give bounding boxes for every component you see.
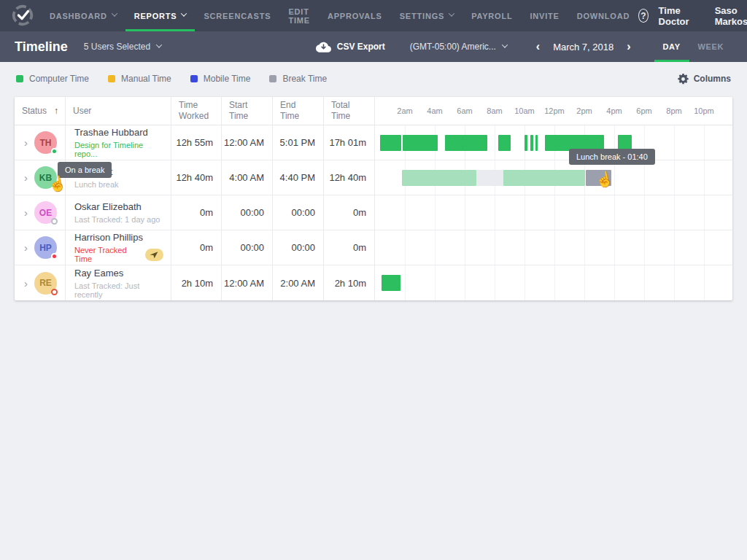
avatar-wrap: TH: [34, 131, 57, 154]
nav-item-download[interactable]: DOWNLOAD: [568, 0, 638, 31]
nav-item-reports[interactable]: REPORTS: [125, 0, 196, 31]
header-end-time: End Time: [273, 97, 324, 125]
nav-item-invite[interactable]: INVITE: [521, 0, 568, 31]
end-time-cell: 00:00: [273, 195, 324, 230]
timeline-cell: [375, 160, 732, 195]
top-navbar: DASHBOARDREPORTSSCREENCASTSEDIT TIMEAPPR…: [0, 0, 747, 31]
gridline: [614, 160, 615, 195]
gridline: [644, 160, 645, 195]
hour-label: 8am: [487, 106, 502, 115]
gridline: [525, 195, 525, 230]
legend-item-manual-time: Manual Time: [108, 74, 171, 84]
gridline: [704, 160, 705, 195]
status-dot: [51, 253, 58, 260]
hour-label: 10am: [514, 106, 535, 115]
start-time-cell: 12:00 AM: [222, 265, 273, 300]
nav-item-screencasts[interactable]: SCREENCASTS: [195, 0, 279, 31]
nav-item-label: SCREENCASTS: [204, 12, 271, 20]
next-day-button[interactable]: ›: [622, 41, 635, 52]
end-time-cell: 5:01 PM: [273, 125, 324, 160]
help-icon[interactable]: ?: [638, 9, 648, 23]
time-bar[interactable]: [525, 135, 527, 151]
gridline: [525, 230, 525, 265]
expand-row-chevron-icon[interactable]: ›: [24, 241, 28, 254]
nav-item-approvals[interactable]: APPROVALS: [319, 0, 391, 31]
hour-label: 12pm: [544, 106, 565, 115]
user-name-label: Trashae Hubbard: [74, 127, 148, 138]
tooltip-on-a-break: On a break: [58, 162, 112, 178]
user-subtitle: Last Tracked: Just recently: [74, 281, 163, 299]
sort-asc-icon: ↑: [54, 106, 58, 117]
user-subtitle-label: Lunch break: [74, 180, 119, 189]
hour-label: 2am: [397, 106, 412, 115]
gridline: [704, 265, 705, 300]
hour-label: 4am: [427, 106, 442, 115]
user-subtitle-label: Last Tracked: 1 day ago: [74, 215, 160, 224]
timezone-dropdown[interactable]: (GMT-05:00) Americ...: [410, 42, 507, 52]
avatar-wrap: HP: [34, 236, 57, 259]
total-time-cell: 0m: [324, 195, 375, 230]
gridline: [584, 195, 585, 230]
columns-button[interactable]: Columns: [678, 74, 731, 85]
time-bar[interactable]: [503, 170, 585, 186]
csv-export-button[interactable]: CSV Export: [316, 42, 385, 52]
time-bar[interactable]: [530, 135, 533, 151]
page: DASHBOARDREPORTSSCREENCASTSEDIT TIMEAPPR…: [0, 0, 747, 560]
time-bar[interactable]: [445, 135, 487, 151]
columns-label: Columns: [694, 74, 731, 84]
start-time-cell: 12:00 AM: [222, 125, 273, 160]
time-bar[interactable]: [382, 275, 400, 291]
tab-day[interactable]: DAY: [654, 31, 689, 62]
hour-label: 6pm: [636, 106, 651, 115]
nav-item-edit-time[interactable]: EDIT TIME: [279, 0, 318, 31]
table-row: ›KBestLunch break12h 40m4:00 AM4:40 PM12…: [15, 160, 732, 195]
nav-item-settings[interactable]: SETTINGS: [391, 0, 462, 31]
gridline: [674, 160, 675, 195]
user-name[interactable]: Saso Markoski: [715, 5, 747, 27]
start-time-cell: 4:00 AM: [222, 160, 273, 195]
header-status-label: Status: [22, 106, 47, 117]
time-bar[interactable]: [535, 135, 538, 151]
timezone-label: (GMT-05:00) Americ...: [410, 42, 496, 52]
nav-item-payroll[interactable]: PAYROLL: [462, 0, 521, 31]
header-hours: 2am4am6am8am10am12pm2pm4pm6pm8pm10pm: [375, 97, 732, 125]
gridline: [644, 265, 645, 300]
expand-row-chevron-icon[interactable]: ›: [24, 136, 28, 149]
status-dot: [51, 218, 58, 225]
start-time-cell: 00:00: [222, 195, 273, 230]
prev-day-button[interactable]: ‹: [532, 41, 544, 52]
time-bar[interactable]: [402, 170, 476, 186]
gridline: [644, 195, 645, 230]
timedoctor-logo-icon[interactable]: [12, 4, 34, 26]
table-row: ›OEOskar ElizebathLast Tracked: 1 day ag…: [15, 195, 732, 230]
send-reminder-badge[interactable]: [145, 249, 163, 261]
csv-export-label: CSV Export: [337, 42, 385, 52]
nav-item-dashboard[interactable]: DASHBOARD: [41, 0, 125, 31]
tooltip-lunch-break: Lunch break - 01:40: [569, 149, 655, 165]
status-dot: [51, 148, 58, 155]
status-dot: [51, 289, 58, 295]
gridline: [405, 230, 406, 265]
tab-week[interactable]: WEEK: [689, 31, 732, 62]
time-bar[interactable]: [476, 170, 503, 186]
timeline-cell: [375, 125, 732, 160]
time-bar[interactable]: [498, 135, 511, 151]
gear-icon: [678, 74, 689, 85]
header-start-time: Start Time: [222, 97, 273, 125]
user-subtitle[interactable]: Never Tracked Time: [74, 246, 163, 263]
expand-row-chevron-icon[interactable]: ›: [24, 206, 28, 219]
time-bar[interactable]: [403, 135, 438, 151]
chevron-down-icon: [111, 10, 117, 16]
legend-label: Mobile Time: [204, 74, 251, 84]
user-subtitle[interactable]: Design for Timeline repo...: [74, 141, 163, 158]
expand-row-chevron-icon[interactable]: ›: [24, 277, 28, 289]
user-name-text: Oskar Elizebath: [74, 201, 163, 212]
expand-row-chevron-icon[interactable]: ›: [24, 171, 28, 184]
header-status[interactable]: Status ↑: [15, 97, 66, 125]
gridline: [435, 195, 436, 230]
gridline: [465, 265, 465, 300]
users-selected-dropdown[interactable]: 5 Users Selected: [84, 42, 161, 52]
time-bar[interactable]: [380, 135, 401, 151]
total-time-cell: 0m: [324, 230, 375, 265]
user-name-label: Ray Eames: [74, 268, 123, 279]
